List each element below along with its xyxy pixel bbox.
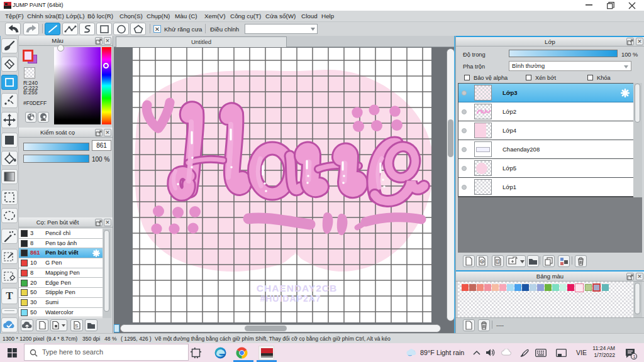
svg-text:1: 1 (633, 354, 635, 359)
svg-text:1: 1 (497, 260, 499, 264)
svg-text:CHAENDAY2CB: CHAENDAY2CB (257, 283, 337, 293)
svg-text:#HUIDAP2A7: #HUIDAP2A7 (260, 293, 321, 304)
svg-text:S: S (75, 323, 78, 329)
